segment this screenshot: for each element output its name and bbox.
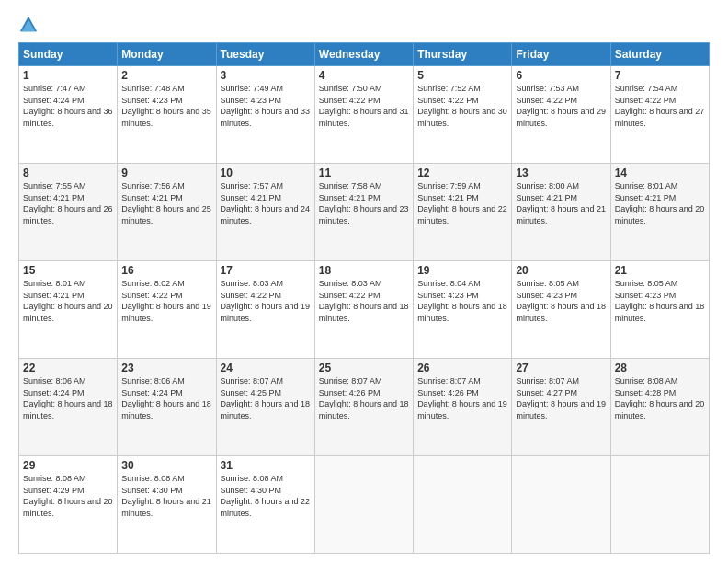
- calendar-cell: 4Sunrise: 7:50 AMSunset: 4:22 PMDaylight…: [314, 66, 413, 164]
- day-info: Sunrise: 8:08 AMSunset: 4:30 PMDaylight:…: [221, 474, 311, 518]
- calendar-cell: 17Sunrise: 8:03 AMSunset: 4:22 PMDayligh…: [216, 261, 314, 359]
- day-number: 4: [319, 69, 409, 82]
- day-number: 31: [221, 459, 311, 472]
- day-number: 25: [319, 362, 409, 374]
- calendar-cell: 16Sunrise: 8:02 AMSunset: 4:22 PMDayligh…: [118, 261, 216, 359]
- page: SundayMondayTuesdayWednesdayThursdayFrid…: [0, 0, 728, 563]
- calendar-cell: 15Sunrise: 8:01 AMSunset: 4:21 PMDayligh…: [19, 261, 118, 359]
- day-number: 24: [221, 362, 311, 374]
- calendar-cell: 31Sunrise: 8:08 AMSunset: 4:30 PMDayligh…: [216, 456, 314, 554]
- day-number: 28: [615, 362, 705, 374]
- day-info: Sunrise: 8:07 AMSunset: 4:25 PMDaylight:…: [221, 376, 311, 420]
- day-number: 11: [319, 167, 409, 179]
- day-info: Sunrise: 8:07 AMSunset: 4:26 PMDaylight:…: [319, 376, 409, 420]
- weekday-header-monday: Monday: [118, 43, 216, 66]
- day-number: 16: [121, 264, 211, 277]
- calendar-cell: 8Sunrise: 7:55 AMSunset: 4:21 PMDaylight…: [19, 164, 118, 261]
- weekday-header-wednesday: Wednesday: [314, 43, 413, 66]
- logo: [18, 15, 42, 35]
- day-number: 3: [221, 69, 311, 82]
- calendar-cell: [512, 456, 610, 554]
- calendar-cell: 6Sunrise: 7:53 AMSunset: 4:22 PMDaylight…: [512, 66, 610, 164]
- day-info: Sunrise: 8:08 AMSunset: 4:28 PMDaylight:…: [615, 376, 705, 420]
- calendar-cell: 1Sunrise: 7:47 AMSunset: 4:24 PMDaylight…: [19, 66, 118, 164]
- calendar-cell: 20Sunrise: 8:05 AMSunset: 4:23 PMDayligh…: [512, 261, 610, 359]
- weekday-header-friday: Friday: [512, 43, 610, 66]
- weekday-row: SundayMondayTuesdayWednesdayThursdayFrid…: [19, 43, 710, 66]
- weekday-header-saturday: Saturday: [610, 43, 709, 66]
- day-info: Sunrise: 8:01 AMSunset: 4:21 PMDaylight:…: [615, 181, 705, 225]
- calendar-cell: 11Sunrise: 7:58 AMSunset: 4:21 PMDayligh…: [314, 164, 413, 261]
- day-info: Sunrise: 8:01 AMSunset: 4:21 PMDaylight:…: [23, 279, 113, 323]
- day-number: 10: [221, 167, 311, 179]
- day-number: 30: [121, 459, 211, 472]
- day-number: 13: [516, 167, 606, 179]
- day-info: Sunrise: 8:07 AMSunset: 4:26 PMDaylight:…: [417, 376, 507, 420]
- day-info: Sunrise: 7:54 AMSunset: 4:22 PMDaylight:…: [615, 84, 705, 128]
- day-number: 23: [121, 362, 211, 374]
- calendar-cell: 24Sunrise: 8:07 AMSunset: 4:25 PMDayligh…: [216, 359, 314, 456]
- calendar-table: SundayMondayTuesdayWednesdayThursdayFrid…: [18, 42, 710, 554]
- calendar-cell: 23Sunrise: 8:06 AMSunset: 4:24 PMDayligh…: [118, 359, 216, 456]
- day-number: 9: [121, 167, 211, 179]
- header: [18, 15, 710, 35]
- day-info: Sunrise: 8:08 AMSunset: 4:30 PMDaylight:…: [121, 474, 211, 518]
- day-info: Sunrise: 8:00 AMSunset: 4:21 PMDaylight:…: [516, 181, 606, 225]
- calendar-cell: 14Sunrise: 8:01 AMSunset: 4:21 PMDayligh…: [610, 164, 709, 261]
- day-number: 6: [516, 69, 606, 82]
- calendar-cell: [314, 456, 413, 554]
- day-info: Sunrise: 8:02 AMSunset: 4:22 PMDaylight:…: [121, 279, 211, 323]
- calendar-header: SundayMondayTuesdayWednesdayThursdayFrid…: [19, 43, 710, 66]
- day-info: Sunrise: 7:56 AMSunset: 4:21 PMDaylight:…: [121, 181, 211, 225]
- calendar-cell: 2Sunrise: 7:48 AMSunset: 4:23 PMDaylight…: [118, 66, 216, 164]
- calendar-cell: 12Sunrise: 7:59 AMSunset: 4:21 PMDayligh…: [414, 164, 512, 261]
- day-info: Sunrise: 7:58 AMSunset: 4:21 PMDaylight:…: [319, 181, 409, 225]
- calendar-cell: 10Sunrise: 7:57 AMSunset: 4:21 PMDayligh…: [216, 164, 314, 261]
- day-info: Sunrise: 8:06 AMSunset: 4:24 PMDaylight:…: [23, 376, 113, 420]
- calendar-week-2: 8Sunrise: 7:55 AMSunset: 4:21 PMDaylight…: [19, 164, 710, 261]
- calendar-cell: 27Sunrise: 8:07 AMSunset: 4:27 PMDayligh…: [512, 359, 610, 456]
- day-number: 1: [23, 69, 113, 82]
- day-number: 5: [417, 69, 507, 82]
- calendar-week-1: 1Sunrise: 7:47 AMSunset: 4:24 PMDaylight…: [19, 66, 710, 164]
- day-number: 12: [417, 167, 507, 179]
- day-number: 18: [319, 264, 409, 277]
- day-number: 21: [615, 264, 705, 277]
- weekday-header-sunday: Sunday: [19, 43, 118, 66]
- day-number: 2: [121, 69, 211, 82]
- day-info: Sunrise: 7:59 AMSunset: 4:21 PMDaylight:…: [417, 181, 507, 225]
- day-number: 7: [615, 69, 705, 82]
- weekday-header-thursday: Thursday: [414, 43, 512, 66]
- day-info: Sunrise: 8:05 AMSunset: 4:23 PMDaylight:…: [615, 279, 705, 323]
- day-info: Sunrise: 7:48 AMSunset: 4:23 PMDaylight:…: [121, 84, 211, 128]
- calendar-cell: 3Sunrise: 7:49 AMSunset: 4:23 PMDaylight…: [216, 66, 314, 164]
- day-number: 19: [417, 264, 507, 277]
- calendar-cell: 29Sunrise: 8:08 AMSunset: 4:29 PMDayligh…: [19, 456, 118, 554]
- calendar-cell: 5Sunrise: 7:52 AMSunset: 4:22 PMDaylight…: [414, 66, 512, 164]
- calendar-cell: [610, 456, 709, 554]
- day-info: Sunrise: 8:03 AMSunset: 4:22 PMDaylight:…: [319, 279, 409, 323]
- day-number: 29: [23, 459, 113, 472]
- day-info: Sunrise: 8:03 AMSunset: 4:22 PMDaylight:…: [221, 279, 311, 323]
- calendar-cell: 25Sunrise: 8:07 AMSunset: 4:26 PMDayligh…: [314, 359, 413, 456]
- day-number: 22: [23, 362, 113, 374]
- calendar-cell: 26Sunrise: 8:07 AMSunset: 4:26 PMDayligh…: [414, 359, 512, 456]
- day-info: Sunrise: 7:55 AMSunset: 4:21 PMDaylight:…: [23, 181, 113, 225]
- day-info: Sunrise: 8:07 AMSunset: 4:27 PMDaylight:…: [516, 376, 606, 420]
- calendar-cell: [414, 456, 512, 554]
- calendar-cell: 18Sunrise: 8:03 AMSunset: 4:22 PMDayligh…: [314, 261, 413, 359]
- day-number: 27: [516, 362, 606, 374]
- day-info: Sunrise: 7:53 AMSunset: 4:22 PMDaylight:…: [516, 84, 606, 128]
- calendar-week-3: 15Sunrise: 8:01 AMSunset: 4:21 PMDayligh…: [19, 261, 710, 359]
- day-number: 14: [615, 167, 705, 179]
- day-info: Sunrise: 7:49 AMSunset: 4:23 PMDaylight:…: [221, 84, 311, 128]
- calendar-cell: 9Sunrise: 7:56 AMSunset: 4:21 PMDaylight…: [118, 164, 216, 261]
- calendar-cell: 13Sunrise: 8:00 AMSunset: 4:21 PMDayligh…: [512, 164, 610, 261]
- day-info: Sunrise: 8:08 AMSunset: 4:29 PMDaylight:…: [23, 474, 113, 518]
- day-info: Sunrise: 7:47 AMSunset: 4:24 PMDaylight:…: [23, 84, 113, 128]
- calendar-cell: 30Sunrise: 8:08 AMSunset: 4:30 PMDayligh…: [118, 456, 216, 554]
- calendar-cell: 19Sunrise: 8:04 AMSunset: 4:23 PMDayligh…: [414, 261, 512, 359]
- day-number: 20: [516, 264, 606, 277]
- calendar-cell: 21Sunrise: 8:05 AMSunset: 4:23 PMDayligh…: [610, 261, 709, 359]
- day-info: Sunrise: 8:05 AMSunset: 4:23 PMDaylight:…: [516, 279, 606, 323]
